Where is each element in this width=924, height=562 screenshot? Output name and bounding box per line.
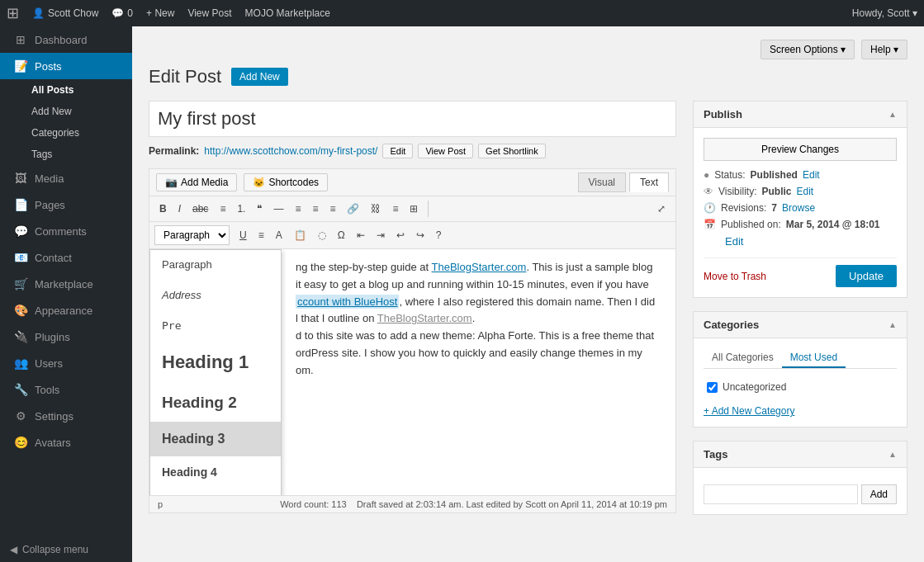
underline-button[interactable]: U [235, 226, 252, 244]
format-heading3[interactable]: Heading 3 [150, 422, 281, 456]
adminbar-comments[interactable]: 💬 0 [111, 7, 133, 19]
format-heading1[interactable]: Heading 1 [150, 341, 281, 383]
adminbar-view-post[interactable]: View Post [187, 7, 231, 19]
published-label: Published on: [721, 219, 781, 230]
permalink-url[interactable]: http://www.scottchow.com/my-first-post/ [204, 145, 377, 157]
blockquote-button[interactable]: ❝ [252, 200, 267, 218]
sidebar-item-posts[interactable]: 📝 Posts [0, 53, 132, 79]
screen-options-button[interactable]: Screen Options ▾ [761, 40, 855, 59]
sidebar-subitem-categories[interactable]: Categories [0, 122, 132, 144]
format-paragraph[interactable]: Paragraph [150, 250, 281, 281]
help-toolbar-button[interactable]: ? [431, 226, 447, 244]
sidebar-item-plugins[interactable]: 🔌 Plugins [0, 324, 132, 350]
align-right-button[interactable]: ≡ [325, 200, 340, 218]
sidebar-item-appearance[interactable]: 🎨 Appearance [0, 297, 132, 324]
italic-button[interactable]: I [173, 200, 186, 218]
format-heading2[interactable]: Heading 2 [150, 384, 281, 422]
align-center-button[interactable]: ≡ [307, 200, 323, 218]
adminbar-marketplace[interactable]: MOJO Marketplace [245, 7, 330, 19]
editor-content[interactable]: ng the step-by-step guide at TheBlogStar… [296, 259, 666, 380]
view-post-button[interactable]: View Post [418, 144, 473, 158]
toolbar-separator [428, 201, 429, 217]
adminbar-site[interactable]: 👤 Scott Chow [32, 7, 98, 19]
visual-tab[interactable]: Visual [578, 172, 626, 192]
format-heading5[interactable]: Heading 5 [150, 488, 281, 496]
sidebar-item-users[interactable]: 👥 Users [0, 350, 132, 376]
link-button[interactable]: 🔗 [342, 200, 364, 218]
sidebar-subitem-all-posts[interactable]: All Posts [0, 79, 132, 101]
unlink-button[interactable]: ⛓ [366, 200, 386, 218]
most-used-tab[interactable]: Most Used [782, 348, 846, 368]
status-edit-link[interactable]: Edit [803, 169, 820, 181]
hr-button[interactable]: — [268, 200, 288, 218]
add-media-button[interactable]: 📷 Add Media [156, 173, 237, 191]
get-shortlink-button[interactable]: Get Shortlink [478, 144, 546, 158]
revisions-browse-link[interactable]: Browse [782, 202, 815, 214]
collapse-menu-button[interactable]: ◀ Collapse menu [0, 537, 132, 562]
adminbar-howdy[interactable]: Howdy, Scott ▾ [852, 7, 917, 19]
table-button[interactable]: ⊞ [405, 200, 423, 218]
main-content: Screen Options ▾ Help ▾ Edit Post Add Ne… [132, 26, 924, 562]
undo-button[interactable]: ↩ [391, 226, 410, 244]
categories-collapse-icon[interactable]: ▲ [888, 320, 897, 329]
sidebar-item-pages[interactable]: 📄 Pages [0, 191, 132, 218]
special-char-button[interactable]: Ω [333, 226, 350, 244]
tags-collapse-icon[interactable]: ▲ [888, 450, 897, 459]
fullscreen-button[interactable]: ⤢ [652, 200, 670, 218]
preview-changes-button[interactable]: Preview Changes [704, 138, 897, 161]
strikethrough-button[interactable]: abc [187, 200, 213, 218]
clear-format-button[interactable]: ◌ [313, 226, 331, 244]
paste-text-button[interactable]: 📋 [289, 226, 311, 244]
sidebar-item-dashboard[interactable]: ⊞ Dashboard [0, 26, 132, 53]
redo-button[interactable]: ↪ [411, 226, 429, 244]
sidebar-item-settings[interactable]: ⚙ Settings [0, 403, 132, 429]
justify-button[interactable]: ≡ [254, 226, 269, 244]
published-date-edit-link[interactable]: Edit [725, 235, 743, 248]
post-title-input[interactable] [149, 101, 676, 137]
uncategorized-checkbox[interactable] [707, 382, 718, 393]
sidebar-item-tools[interactable]: 🔧 Tools [0, 376, 132, 403]
indent-decrease-button[interactable]: ⇤ [352, 226, 370, 244]
sidebar-subitem-tags[interactable]: Tags [0, 144, 132, 165]
unordered-list-button[interactable]: ≡ [215, 200, 230, 218]
format-heading4[interactable]: Heading 4 [150, 456, 281, 488]
update-button[interactable]: Update [836, 265, 897, 287]
sidebar-item-media[interactable]: 🖼 Media [0, 165, 132, 191]
status-value: Published [751, 169, 798, 181]
word-count-label: Word count: [280, 499, 329, 509]
sidebar-item-marketplace[interactable]: 🛒 Marketplace [0, 271, 132, 297]
ordered-list-button[interactable]: 1. [232, 200, 250, 218]
permalink-label: Permalink: [149, 145, 199, 157]
text-color-button[interactable]: A [271, 226, 287, 244]
sidebar-item-contact[interactable]: 📧 Contact [0, 244, 132, 271]
sidebar-item-comments[interactable]: 💬 Comments [0, 218, 132, 244]
editor-body[interactable]: Paragraph Address Pre Heading 1 Heading … [149, 248, 676, 496]
sidebar-item-avatars[interactable]: 😊 Avatars [0, 429, 132, 456]
wp-logo-icon[interactable]: ⊞ [7, 4, 19, 22]
content-row: Permalink: http://www.scottchow.com/my-f… [149, 101, 907, 528]
adminbar-new[interactable]: + New [146, 7, 174, 19]
permalink-edit-button[interactable]: Edit [382, 144, 413, 158]
tags-add-button[interactable]: Add [861, 484, 897, 504]
all-categories-tab[interactable]: All Categories [704, 348, 782, 368]
add-new-category-link[interactable]: + Add New Category [704, 405, 897, 417]
visibility-edit-link[interactable]: Edit [796, 186, 813, 197]
editor-footer: p Word count: 113 Draft saved at 2:03:14… [149, 496, 676, 513]
tags-input[interactable] [704, 484, 858, 504]
bold-button[interactable]: B [154, 200, 172, 218]
add-new-button[interactable]: Add New [231, 68, 288, 86]
indent-increase-button[interactable]: ⇥ [372, 226, 390, 244]
format-address[interactable]: Address [150, 281, 281, 311]
format-pre[interactable]: Pre [150, 311, 281, 342]
help-button[interactable]: Help ▾ [861, 40, 907, 59]
format-select[interactable]: Paragraph [154, 225, 230, 245]
publish-collapse-icon[interactable]: ▲ [888, 110, 897, 119]
text-tab[interactable]: Text [629, 172, 669, 192]
visibility-label: Visibility: [718, 186, 756, 197]
shortcodes-button[interactable]: 🐱 Shortcodes [244, 173, 328, 191]
permalink-row: Permalink: http://www.scottchow.com/my-f… [149, 144, 676, 158]
sidebar-subitem-add-new[interactable]: Add New [0, 101, 132, 122]
align-left-button[interactable]: ≡ [290, 200, 306, 218]
insert-more-button[interactable]: ≡ [387, 200, 403, 218]
move-trash-link[interactable]: Move to Trash [704, 271, 766, 282]
